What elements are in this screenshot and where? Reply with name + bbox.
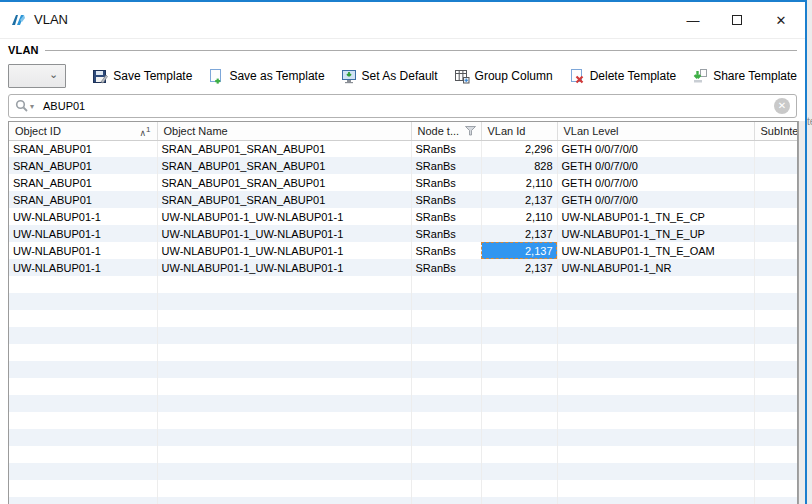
search-clear-button[interactable]: ✕	[774, 98, 790, 114]
table-cell[interactable]: UW-NLABUP01-1_TN_E_UP	[557, 225, 754, 242]
search-options-chevron-icon[interactable]: ▾	[30, 102, 34, 111]
empty-cell	[157, 429, 411, 446]
filter-funnel-icon[interactable]	[465, 126, 476, 136]
search-box[interactable]: ▾ ABUP01 ✕	[8, 94, 797, 118]
table-cell[interactable]: SRAN_ABUP01	[9, 140, 157, 157]
table-cell[interactable]: UW-NLABUP01-1_TN_E_CP	[557, 208, 754, 225]
table-cell[interactable]: 2,110	[481, 174, 557, 191]
table-cell[interactable]: UW-NLABUP01-1	[9, 208, 157, 225]
table-cell[interactable]	[754, 242, 798, 259]
column-header-vlan-id[interactable]: VLan Id	[481, 122, 557, 140]
empty-cell	[157, 293, 411, 310]
table-cell[interactable]	[754, 174, 798, 191]
close-button[interactable]: ✕	[759, 4, 803, 36]
table-row[interactable]: SRAN_ABUP01SRAN_ABUP01_SRAN_ABUP01SRanBs…	[9, 174, 798, 191]
selected-cell[interactable]: 2,137	[481, 242, 557, 259]
table-cell[interactable]: UW-NLABUP01-1	[9, 259, 157, 276]
table-cell[interactable]: SRanBs	[411, 259, 481, 276]
minimize-button[interactable]: —	[671, 4, 715, 36]
table-cell[interactable]: SRanBs	[411, 191, 481, 208]
empty-cell	[557, 463, 754, 480]
share-template-button[interactable]: Share Template	[692, 64, 797, 88]
column-header-object-id[interactable]: Object ID ∧1	[9, 122, 157, 140]
table-row[interactable]: UW-NLABUP01-1UW-NLABUP01-1_UW-NLABUP01-1…	[9, 225, 798, 242]
empty-table-row	[9, 395, 798, 412]
table-cell[interactable]: UW-NLABUP01-1_NR	[557, 259, 754, 276]
empty-cell	[754, 276, 798, 293]
table-cell[interactable]: SRanBs	[411, 242, 481, 259]
table-cell[interactable]: 2,137	[481, 225, 557, 242]
column-header-vlan-level[interactable]: VLan Level	[557, 122, 754, 140]
search-input[interactable]: ABUP01	[43, 100, 85, 112]
table-cell[interactable]: UW-NLABUP01-1	[9, 242, 157, 259]
template-dropdown[interactable]: ⌄	[8, 64, 66, 88]
table-cell[interactable]: 2,137	[481, 259, 557, 276]
table-cell[interactable]: UW-NLABUP01-1_TN_E_OAM	[557, 242, 754, 259]
table-cell[interactable]: SRanBs	[411, 157, 481, 174]
table-row[interactable]: SRAN_ABUP01SRAN_ABUP01_SRAN_ABUP01SRanBs…	[9, 140, 798, 157]
delete-template-button[interactable]: Delete Template	[569, 64, 677, 88]
table-cell[interactable]: UW-NLABUP01-1_UW-NLABUP01-1	[157, 208, 411, 225]
save-as-template-button[interactable]: Save as Template	[208, 64, 324, 88]
empty-cell	[754, 446, 798, 463]
empty-cell	[9, 395, 157, 412]
empty-table-row	[9, 446, 798, 463]
maximize-button[interactable]	[715, 4, 759, 36]
column-header-subinterface[interactable]: SubInte	[754, 122, 798, 140]
table-cell[interactable]: SRAN_ABUP01_SRAN_ABUP01	[157, 157, 411, 174]
table-cell[interactable]: SRanBs	[411, 140, 481, 157]
table-cell[interactable]	[754, 208, 798, 225]
scrollbar-track[interactable]	[798, 121, 805, 504]
table-cell[interactable]: UW-NLABUP01-1_UW-NLABUP01-1	[157, 225, 411, 242]
table-cell[interactable]	[754, 191, 798, 208]
table-cell[interactable]: SRAN_ABUP01_SRAN_ABUP01	[157, 140, 411, 157]
table-cell[interactable]	[754, 259, 798, 276]
table-cell[interactable]: 2,110	[481, 208, 557, 225]
empty-table-row	[9, 412, 798, 429]
set-as-default-button[interactable]: Set As Default	[341, 64, 438, 88]
table-cell[interactable]: UW-NLABUP01-1_UW-NLABUP01-1	[157, 259, 411, 276]
table-row[interactable]: UW-NLABUP01-1UW-NLABUP01-1_UW-NLABUP01-1…	[9, 242, 798, 259]
empty-cell	[411, 463, 481, 480]
group-column-button[interactable]: Group Column	[454, 64, 553, 88]
empty-cell	[411, 293, 481, 310]
table-cell[interactable]: SRAN_ABUP01_SRAN_ABUP01	[157, 174, 411, 191]
table-cell[interactable]: SRanBs	[411, 174, 481, 191]
table-row[interactable]: UW-NLABUP01-1UW-NLABUP01-1_UW-NLABUP01-1…	[9, 259, 798, 276]
table-cell[interactable]	[754, 157, 798, 174]
table-cell[interactable]: SRAN_ABUP01	[9, 191, 157, 208]
table-cell[interactable]: SRAN_ABUP01_SRAN_ABUP01	[157, 191, 411, 208]
table-cell[interactable]: 2,296	[481, 140, 557, 157]
save-template-icon	[92, 68, 108, 84]
empty-cell	[9, 412, 157, 429]
table-cell[interactable]	[754, 140, 798, 157]
empty-cell	[9, 344, 157, 361]
empty-cell	[557, 276, 754, 293]
table-cell[interactable]: SRanBs	[411, 208, 481, 225]
empty-cell	[754, 344, 798, 361]
table-row[interactable]: UW-NLABUP01-1UW-NLABUP01-1_UW-NLABUP01-1…	[9, 208, 798, 225]
table-cell[interactable]	[754, 225, 798, 242]
table-cell[interactable]: 828	[481, 157, 557, 174]
table-cell[interactable]: UW-NLABUP01-1	[9, 225, 157, 242]
save-template-button[interactable]: Save Template	[92, 64, 192, 88]
save-as-template-icon	[208, 68, 224, 84]
table-cell[interactable]: GETH 0/0/7/0/0	[557, 140, 754, 157]
empty-cell	[9, 361, 157, 378]
table-row[interactable]: SRAN_ABUP01SRAN_ABUP01_SRAN_ABUP01SRanBs…	[9, 157, 798, 174]
table-cell[interactable]: UW-NLABUP01-1_UW-NLABUP01-1	[157, 242, 411, 259]
table-cell[interactable]: GETH 0/0/7/0/0	[557, 191, 754, 208]
table-cell[interactable]: 2,137	[481, 191, 557, 208]
column-header-node-type[interactable]: Node t...	[411, 122, 481, 140]
table-cell[interactable]: SRanBs	[411, 225, 481, 242]
table-cell[interactable]: GETH 0/0/7/0/0	[557, 157, 754, 174]
empty-cell	[481, 378, 557, 395]
table-cell[interactable]: SRAN_ABUP01	[9, 174, 157, 191]
table-row[interactable]: SRAN_ABUP01SRAN_ABUP01_SRAN_ABUP01SRanBs…	[9, 191, 798, 208]
empty-cell	[481, 497, 557, 504]
empty-cell	[481, 276, 557, 293]
table-cell[interactable]: GETH 0/0/7/0/0	[557, 174, 754, 191]
empty-table-row	[9, 429, 798, 446]
table-cell[interactable]: SRAN_ABUP01	[9, 157, 157, 174]
column-header-object-name[interactable]: Object Name	[157, 122, 411, 140]
